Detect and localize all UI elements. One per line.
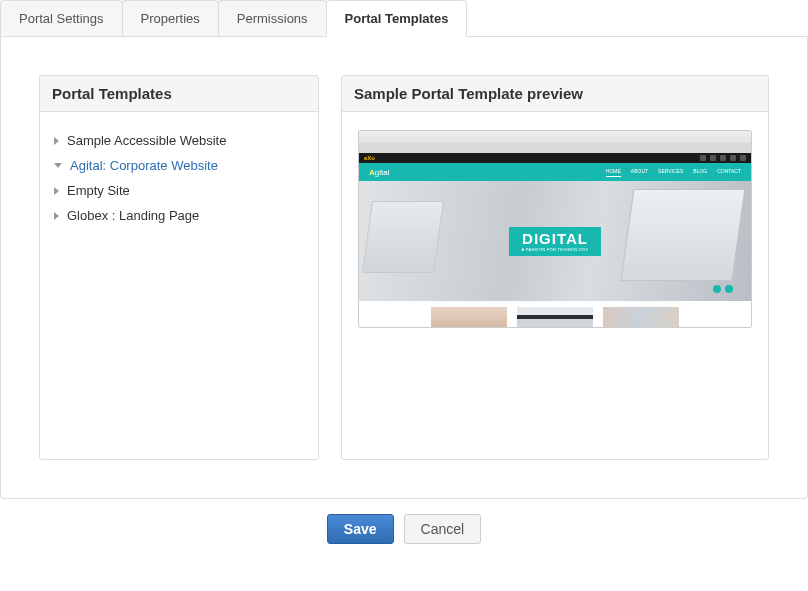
cancel-button[interactable]: Cancel <box>404 514 482 544</box>
preview-nav-services: SERVICES <box>658 168 683 177</box>
preview-hero-badge: DIGITAL A PASSION FOR TECHNOLOGY <box>509 227 602 256</box>
caret-right-icon <box>54 212 59 220</box>
preview-thumbnail: eXo Agital HOME ABOUT SERVICES BLOG CONT… <box>358 130 752 328</box>
dialog-footer: Save Cancel <box>0 499 808 556</box>
preview-thumb <box>517 307 593 327</box>
template-label: Agital: Corporate Website <box>70 158 218 173</box>
preview-nav-contact: CONTACT <box>717 168 741 177</box>
preview-site-nav: Agital HOME ABOUT SERVICES BLOG CONTACT <box>359 163 751 181</box>
preview-thumb <box>603 307 679 327</box>
preview-nav-blog: BLOG <box>693 168 707 177</box>
tab-permissions[interactable]: Permissions <box>218 0 327 36</box>
preview-hero-subtitle: A PASSION FOR TECHNOLOGY <box>522 247 589 252</box>
preview-browser-chrome <box>359 131 751 143</box>
tab-portal-settings[interactable]: Portal Settings <box>0 0 123 36</box>
template-item-globex[interactable]: Globex : Landing Page <box>50 203 308 228</box>
template-item-sample-accessible[interactable]: Sample Accessible Website <box>50 128 308 153</box>
caret-right-icon <box>54 137 59 145</box>
template-item-agital[interactable]: Agital: Corporate Website <box>50 153 308 178</box>
preview-panel: Sample Portal Template preview eXo Agita… <box>341 75 769 460</box>
preview-app-bar-icons <box>700 155 746 161</box>
template-label: Sample Accessible Website <box>67 133 226 148</box>
template-list: Sample Accessible Website Agital: Corpor… <box>50 128 308 228</box>
tab-portal-templates[interactable]: Portal Templates <box>326 0 468 37</box>
template-label: Empty Site <box>67 183 130 198</box>
preview-carousel-dots <box>713 285 733 293</box>
preview-hero: DIGITAL A PASSION FOR TECHNOLOGY <box>359 181 751 301</box>
preview-exo-logo: eXo <box>364 155 375 161</box>
preview-nav-links: HOME ABOUT SERVICES BLOG CONTACT <box>606 168 741 177</box>
preview-nav-home: HOME <box>606 168 621 177</box>
preview-title: Sample Portal Template preview <box>342 76 768 112</box>
preview-thumb <box>431 307 507 327</box>
portal-templates-panel: Portal Templates Sample Accessible Websi… <box>39 75 319 460</box>
preview-thumb-row <box>359 301 751 327</box>
preview-app-bar: eXo <box>359 153 751 163</box>
template-label: Globex : Landing Page <box>67 208 199 223</box>
caret-down-icon <box>54 163 62 168</box>
preview-browser-tabs <box>359 143 751 153</box>
preview-nav-about: ABOUT <box>631 168 648 177</box>
preview-brand: Agital <box>369 168 389 177</box>
preview-hero-title: DIGITAL <box>522 230 588 247</box>
caret-right-icon <box>54 187 59 195</box>
tab-properties[interactable]: Properties <box>122 0 219 36</box>
template-item-empty-site[interactable]: Empty Site <box>50 178 308 203</box>
tab-content: Portal Templates Sample Accessible Websi… <box>0 37 808 499</box>
save-button[interactable]: Save <box>327 514 394 544</box>
tabs-bar: Portal Settings Properties Permissions P… <box>0 0 808 37</box>
portal-templates-title: Portal Templates <box>40 76 318 112</box>
